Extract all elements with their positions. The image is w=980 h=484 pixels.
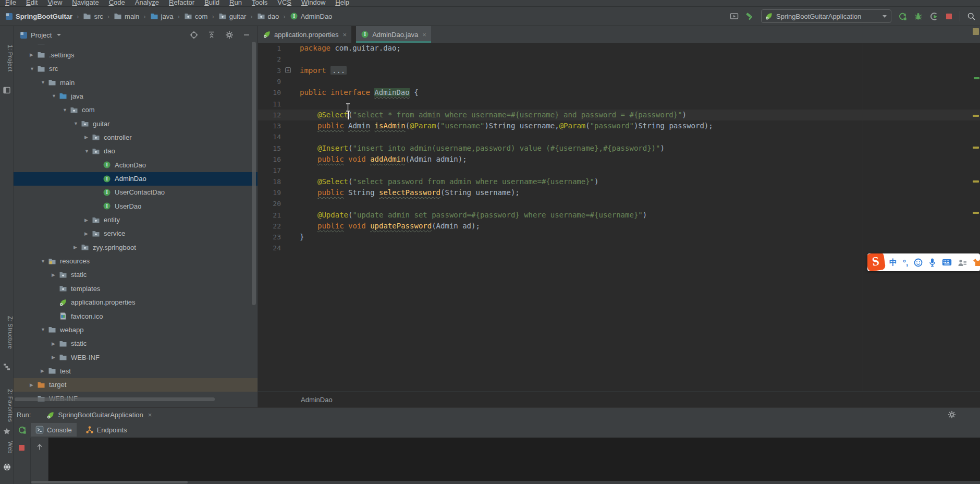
tree-item-UserDao[interactable]: IUserDao: [14, 199, 258, 213]
tree-item-resources[interactable]: ▼resources: [14, 255, 258, 268]
tree-horizontal-scrollbar[interactable]: [15, 397, 215, 401]
tree-item-static[interactable]: ▶static: [14, 337, 258, 350]
gear-icon[interactable]: [948, 410, 956, 419]
tool-stripe-project[interactable]: 1: Project: [0, 45, 14, 71]
locate-icon[interactable]: [190, 31, 198, 39]
tree-item-WEB-INF[interactable]: ▶WEB-INF: [14, 350, 258, 364]
debug-icon[interactable]: [914, 12, 923, 21]
tree-toggle-expanded-icon[interactable]: ▼: [74, 121, 81, 126]
tree-item-entity[interactable]: ▶entity: [14, 213, 258, 227]
tree-item-favicon.ico[interactable]: favicon.ico: [14, 309, 258, 323]
collapse-all-icon[interactable]: [207, 31, 216, 39]
code-line-13[interactable]: 13public Admin isAdmin(@Param("username"…: [258, 120, 980, 131]
gear-icon[interactable]: [225, 31, 234, 39]
run-panel-tab-endpoints[interactable]: Endpoints: [81, 423, 132, 437]
menu-view[interactable]: View: [47, 0, 62, 6]
tree-toggle-expanded-icon[interactable]: ▼: [63, 107, 70, 113]
tree-item-java[interactable]: ▼java: [14, 89, 258, 103]
tree-toggle-expanded-icon[interactable]: ▼: [84, 149, 92, 154]
fold-expand-icon[interactable]: +: [285, 67, 291, 73]
account-icon[interactable]: [958, 259, 967, 267]
tree-toggle-collapsed-icon[interactable]: ▶: [84, 217, 92, 223]
code-line-10[interactable]: 10public interface AdminDao {: [258, 87, 980, 98]
stripe-green-mark[interactable]: [974, 77, 979, 79]
breadcrumb-item-src[interactable]: src: [83, 12, 103, 20]
sogou-logo-icon[interactable]: S: [867, 253, 886, 271]
menu-help[interactable]: Help: [335, 0, 349, 6]
menu-code[interactable]: Code: [109, 0, 125, 6]
code-line-24[interactable]: 24: [258, 243, 980, 253]
code-line-14[interactable]: 14: [258, 131, 980, 142]
menu-run[interactable]: Run: [229, 0, 242, 6]
tree-toggle-collapsed-icon[interactable]: ▶: [30, 52, 37, 57]
emoji-icon[interactable]: [914, 258, 923, 267]
microphone-icon[interactable]: [928, 258, 936, 267]
code-line-15[interactable]: 15@Insert("insert into admin(username,pa…: [258, 143, 980, 154]
editor-tab-application.properties[interactable]: application.properties×: [258, 26, 351, 43]
code-line-9[interactable]: 9: [258, 76, 980, 87]
tree-item-guitar[interactable]: ▼guitar: [14, 117, 258, 130]
tree-toggle-expanded-icon[interactable]: ▼: [41, 327, 48, 332]
run-window-icon[interactable]: [730, 12, 739, 20]
tree-toggle-collapsed-icon[interactable]: ▶: [30, 382, 37, 388]
tree-toggle-expanded-icon[interactable]: ▼: [52, 93, 59, 99]
menu-navigate[interactable]: Navigate: [72, 0, 99, 6]
tree-item-application.properties[interactable]: application.properties: [14, 296, 258, 309]
project-panel-title[interactable]: Project: [31, 31, 52, 39]
code-line-3[interactable]: 3+import ...: [258, 65, 980, 76]
stripe-warning-mark[interactable]: [973, 115, 979, 117]
stripe-warning-mark[interactable]: [973, 212, 979, 214]
breadcrumb-item-guitar[interactable]: guitar: [218, 12, 247, 20]
run-panel-tab-console[interactable]: Console: [31, 423, 77, 437]
close-icon[interactable]: ×: [422, 31, 426, 39]
code-line-16[interactable]: 16public void addAdmin(Admin admin);: [258, 154, 980, 165]
tree-item-static[interactable]: ▶static: [14, 268, 258, 282]
code-line-23[interactable]: 23}: [258, 232, 980, 243]
code-line-17[interactable]: 17: [258, 165, 980, 176]
globe-icon[interactable]: [3, 463, 11, 471]
tree-toggle-expanded-icon[interactable]: ▼: [41, 80, 48, 85]
tree-item-ActionDao[interactable]: IActionDao: [14, 158, 258, 172]
minus-icon[interactable]: [243, 31, 250, 39]
build-hammer-icon[interactable]: [745, 12, 754, 21]
editor-error-stripe[interactable]: [972, 26, 980, 407]
run-tab[interactable]: SpringBootGuitarApplication ×: [46, 411, 152, 419]
menu-analyze[interactable]: Analyze: [135, 0, 159, 6]
stripe-structure-icon[interactable]: [3, 363, 10, 370]
code-line-18[interactable]: 18@Select("select password from admin wh…: [258, 176, 980, 187]
tree-item-dao[interactable]: ▼dao: [14, 144, 258, 158]
breadcrumb-project[interactable]: SpringBootGuitar: [5, 13, 72, 20]
run-configuration-select[interactable]: SpringBootGuitarApplication: [761, 9, 891, 23]
tree-item-service[interactable]: ▶service: [14, 227, 258, 240]
code-line-20[interactable]: 20: [258, 198, 980, 209]
tree-toggle-collapsed-icon[interactable]: ▶: [84, 231, 92, 236]
tree-item-templates[interactable]: templates: [14, 282, 258, 295]
code-line-11[interactable]: 11: [258, 99, 980, 110]
tree-item-src[interactable]: ▼src: [14, 62, 258, 76]
tree-item-zyy.springboot[interactable]: ▶zyy.springboot: [14, 240, 258, 254]
breadcrumb-item-admindao[interactable]: IAdminDao: [290, 12, 333, 20]
code-line-19[interactable]: 19public String selectPassword(String us…: [258, 187, 980, 198]
code-line-22[interactable]: 22public void updatePassword(Admin ad);: [258, 221, 980, 232]
menu-refactor[interactable]: Refactor: [169, 0, 194, 6]
tree-item-test[interactable]: ▶test: [14, 364, 258, 378]
menu-file[interactable]: File: [5, 0, 16, 6]
tree-toggle-collapsed-icon[interactable]: ▶: [52, 272, 59, 277]
menu-edit[interactable]: Edit: [26, 0, 38, 6]
coverage-icon[interactable]: [929, 12, 938, 21]
stripe-warning-mark[interactable]: [973, 147, 979, 149]
editor-tab-AdminDao.java[interactable]: IAdminDao.java×: [356, 26, 431, 43]
tree-toggle-collapsed-icon[interactable]: ▶: [74, 245, 81, 250]
tree-toggle-expanded-icon[interactable]: ▼: [30, 66, 37, 71]
tool-stripe-structure[interactable]: Z: Structure: [0, 316, 14, 349]
console-output[interactable]: [48, 438, 980, 481]
code-line-12[interactable]: 12@Select("select * from admin where use…: [258, 110, 980, 120]
tree-item-main[interactable]: ▼main: [14, 76, 258, 89]
tree-item-.settings[interactable]: ▶.settings: [14, 48, 258, 62]
tool-stripe-favorites[interactable]: 2: Favorites: [0, 389, 14, 422]
tree-item-com[interactable]: ▼com: [14, 103, 258, 117]
tree-toggle-collapsed-icon[interactable]: ▶: [84, 135, 92, 140]
tree-item-target[interactable]: ▶target: [14, 378, 258, 392]
tree-toggle-collapsed-icon[interactable]: ▶: [41, 368, 48, 373]
close-icon[interactable]: ×: [148, 411, 152, 419]
